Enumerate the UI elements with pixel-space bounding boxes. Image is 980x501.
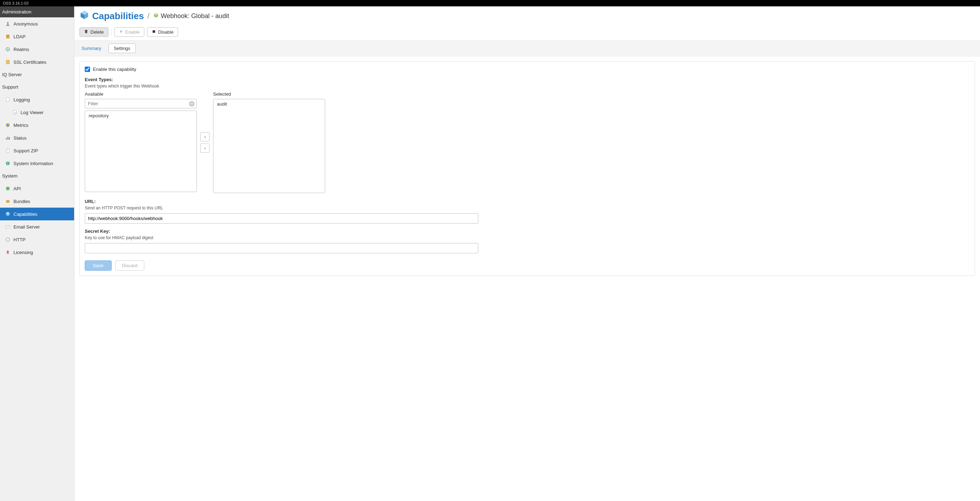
move-right-button[interactable]: › <box>200 132 210 141</box>
sidebar-label: Capabilities <box>13 211 37 217</box>
enable-capability-row[interactable]: Enable this capability <box>85 67 970 72</box>
breadcrumb: Capabilities / Webhook: Global - audit <box>75 6 980 26</box>
sidebar-group-system[interactable]: System <box>0 170 74 182</box>
info-icon: i <box>5 160 11 166</box>
sidebar-label: API <box>13 186 21 191</box>
secret-label: Secret Key: <box>85 228 970 234</box>
sidebar-label: Licensing <box>13 250 33 255</box>
sidebar-label: Metrics <box>13 123 29 128</box>
sidebar-item-bundles[interactable]: Bundles <box>0 195 74 208</box>
doc-view-icon <box>12 109 18 115</box>
user-icon <box>5 21 11 27</box>
svg-rect-12 <box>8 149 8 151</box>
globe-icon <box>5 46 11 52</box>
svg-point-0 <box>7 22 9 24</box>
breadcrumb-separator: / <box>148 12 150 20</box>
url-input[interactable] <box>85 213 478 224</box>
enable-capability-checkbox[interactable] <box>85 67 90 72</box>
sidebar-item-ldap[interactable]: LDAP <box>0 30 74 43</box>
svg-rect-8 <box>6 138 7 140</box>
sidebar-item-anonymous[interactable]: Anonymous <box>0 17 74 30</box>
svg-rect-20 <box>153 30 155 33</box>
delete-button[interactable]: Delete <box>80 27 108 37</box>
sidebar-label: SSL Certificates <box>13 60 46 65</box>
sidebar-label: Anonymous <box>13 21 38 27</box>
sidebar-label: Log Viewer <box>21 110 44 115</box>
book-icon <box>5 34 11 39</box>
sidebar-label: Status <box>13 135 27 141</box>
settings-panel: Enable this capability Event Types: Even… <box>80 61 975 276</box>
selected-item[interactable]: audit <box>213 99 325 109</box>
bars-icon <box>5 135 11 141</box>
sidebar-item-api[interactable]: API <box>0 182 74 195</box>
chevron-left-icon: ‹ <box>204 146 206 150</box>
disable-button[interactable]: Disable <box>147 27 178 37</box>
sidebar-group-iq[interactable]: IQ Server <box>0 68 74 81</box>
sidebar-label: Support ZIP <box>13 148 38 154</box>
chevron-right-icon: › <box>204 135 206 139</box>
sidebar-item-support-zip[interactable]: Support ZIP <box>0 144 74 157</box>
play-icon <box>119 29 123 35</box>
toolbar-separator <box>111 29 112 35</box>
sidebar-item-logging[interactable]: Logging <box>0 93 74 106</box>
sidebar-item-realms[interactable]: Realms <box>0 43 74 55</box>
selected-listbox[interactable]: audit <box>213 99 325 193</box>
secret-help: Key to use for HMAC payload digest <box>85 235 970 240</box>
sidebar-item-capabilities[interactable]: Capabilities <box>0 208 74 220</box>
event-types-help: Event types which trigger this Webhook <box>85 84 970 89</box>
sidebar-item-log-viewer[interactable]: Log Viewer <box>0 106 74 119</box>
svg-rect-4 <box>6 98 9 102</box>
svg-rect-10 <box>9 137 10 140</box>
sidebar: Administration Anonymous LDAP Realms SSL… <box>0 6 75 501</box>
breadcrumb-subtitle: Webhook: Global - audit <box>153 13 229 20</box>
tab-summary[interactable]: Summary <box>81 44 102 52</box>
cube-icon <box>80 10 89 22</box>
enable-capability-label: Enable this capability <box>93 67 136 72</box>
move-left-button[interactable]: ‹ <box>200 144 210 153</box>
sidebar-label: System Information <box>13 161 53 166</box>
svg-point-18 <box>6 238 10 242</box>
clear-filter-icon[interactable]: ✕ <box>189 101 195 107</box>
sidebar-header: Administration <box>0 6 74 17</box>
sidebar-item-status[interactable]: Status <box>0 132 74 144</box>
secret-input[interactable] <box>85 243 478 253</box>
cert-icon <box>5 59 11 65</box>
api-icon <box>5 185 11 191</box>
discard-button[interactable]: Discard <box>115 260 144 271</box>
svg-rect-1 <box>6 35 9 39</box>
sidebar-item-sysinfo[interactable]: i System Information <box>0 157 74 170</box>
sidebar-item-http[interactable]: HTTP <box>0 233 74 246</box>
filter-input[interactable] <box>85 99 197 108</box>
tabs: Summary Settings <box>75 41 980 56</box>
bundle-icon <box>5 198 11 204</box>
version-text: OSS 3.16.1-02 <box>3 1 29 5</box>
sidebar-item-email[interactable]: Email Server <box>0 220 74 233</box>
save-button[interactable]: Save <box>85 260 112 271</box>
enable-button[interactable]: Enable <box>115 27 144 37</box>
stop-icon <box>152 29 156 35</box>
sidebar-item-ssl[interactable]: SSL Certificates <box>0 55 74 68</box>
page-title: Capabilities <box>80 10 144 22</box>
svg-rect-9 <box>8 137 8 140</box>
available-listbox[interactable]: repository <box>85 111 197 192</box>
sidebar-label: Bundles <box>13 199 30 204</box>
dual-list: Available ✕ repository › <box>85 91 970 193</box>
http-icon <box>5 237 11 243</box>
sidebar-group-support[interactable]: Support <box>0 81 74 93</box>
sidebar-item-licensing[interactable]: Licensing <box>0 246 74 258</box>
tab-settings[interactable]: Settings <box>108 44 136 53</box>
sidebar-label: LDAP <box>13 34 25 39</box>
sidebar-item-metrics[interactable]: Metrics <box>0 119 74 132</box>
event-types-label: Event Types: <box>85 77 970 82</box>
available-item[interactable]: repository <box>85 111 196 120</box>
url-label: URL: <box>85 199 970 204</box>
svg-rect-3 <box>6 60 9 64</box>
svg-text:i: i <box>8 162 8 165</box>
svg-rect-5 <box>13 111 16 114</box>
mail-icon <box>5 224 11 230</box>
selected-label: Selected <box>213 91 325 97</box>
doc-icon <box>5 97 11 102</box>
sidebar-label: Realms <box>13 47 29 52</box>
trash-icon <box>84 29 88 35</box>
license-icon <box>5 249 11 255</box>
